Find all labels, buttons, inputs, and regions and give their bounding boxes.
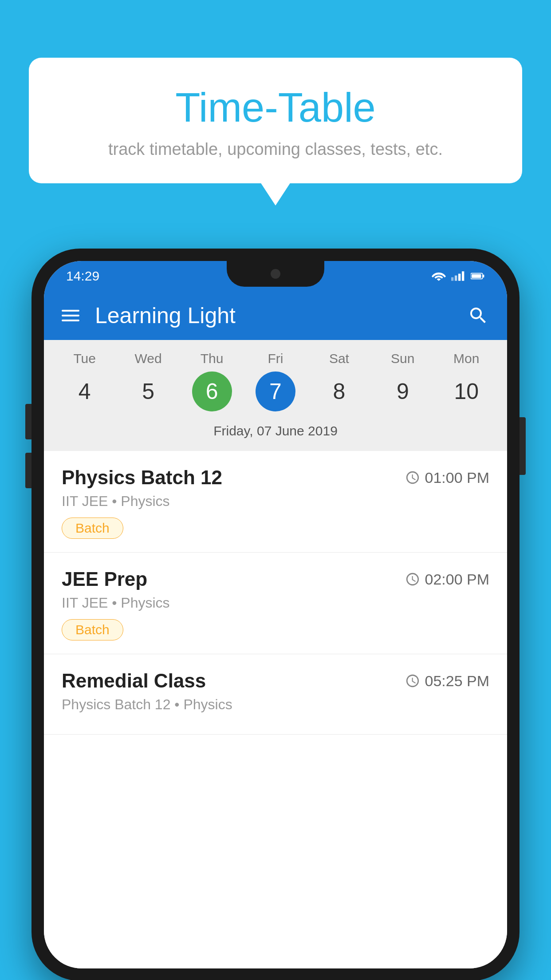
phone-mockup: 14:29 [31, 249, 520, 980]
event-time-text: 02:00 PM [425, 571, 489, 588]
calendar-day[interactable]: Sat8 [310, 351, 368, 411]
clock-icon [405, 572, 420, 587]
phone-frame: 14:29 [31, 249, 520, 980]
svg-rect-6 [472, 274, 481, 278]
batch-badge: Batch [62, 619, 123, 640]
event-subtitle: IIT JEE • Physics [62, 493, 489, 510]
event-time-text: 01:00 PM [425, 469, 489, 486]
event-item[interactable]: Remedial Class05:25 PMPhysics Batch 12 •… [44, 654, 507, 735]
event-list: Physics Batch 1201:00 PMIIT JEE • Physic… [44, 451, 507, 968]
speech-bubble-container: Time-Table track timetable, upcoming cla… [29, 58, 522, 183]
event-time: 02:00 PM [405, 571, 489, 588]
day-number[interactable]: 6 [192, 371, 232, 411]
calendar-day[interactable]: Mon10 [437, 351, 495, 411]
calendar-day[interactable]: Thu6 [183, 351, 241, 411]
event-header: Remedial Class05:25 PM [62, 670, 489, 692]
bubble-subtitle: track timetable, upcoming classes, tests… [64, 140, 487, 159]
status-time: 14:29 [66, 269, 99, 284]
event-item[interactable]: JEE Prep02:00 PMIIT JEE • PhysicsBatch [44, 553, 507, 654]
event-subtitle: IIT JEE • Physics [62, 595, 489, 611]
volume-up-button [25, 404, 31, 439]
event-title: Remedial Class [62, 670, 206, 692]
event-header: JEE Prep02:00 PM [62, 568, 489, 590]
day-number[interactable]: 7 [256, 371, 295, 411]
day-name: Fri [268, 351, 283, 366]
svg-rect-0 [451, 277, 453, 281]
speech-bubble: Time-Table track timetable, upcoming cla… [29, 58, 522, 183]
status-icons [432, 271, 485, 281]
event-item[interactable]: Physics Batch 1201:00 PMIIT JEE • Physic… [44, 451, 507, 553]
day-name: Mon [453, 351, 479, 366]
event-title: Physics Batch 12 [62, 466, 222, 489]
selected-date-label: Friday, 07 June 2019 [44, 418, 507, 447]
day-name: Sat [329, 351, 349, 366]
day-number[interactable]: 4 [65, 371, 105, 411]
volume-down-button [25, 453, 31, 488]
search-icon [468, 305, 489, 326]
phone-notch [227, 261, 324, 287]
day-number[interactable]: 5 [128, 371, 168, 411]
calendar-strip: Tue4Wed5Thu6Fri7Sat8Sun9Mon10 Friday, 07… [44, 340, 507, 451]
event-subtitle: Physics Batch 12 • Physics [62, 696, 489, 713]
front-camera [271, 269, 280, 279]
event-header: Physics Batch 1201:00 PM [62, 466, 489, 489]
days-row: Tue4Wed5Thu6Fri7Sat8Sun9Mon10 [44, 351, 507, 411]
day-name: Sun [391, 351, 414, 366]
day-number[interactable]: 10 [446, 371, 486, 411]
svg-rect-1 [455, 276, 457, 281]
calendar-day[interactable]: Fri7 [247, 351, 304, 411]
batch-badge: Batch [62, 518, 123, 539]
svg-rect-2 [458, 274, 460, 281]
day-name: Thu [201, 351, 224, 366]
hamburger-menu-button[interactable] [62, 310, 79, 321]
calendar-day[interactable]: Tue4 [56, 351, 114, 411]
svg-rect-3 [462, 271, 464, 281]
app-header: Learning Light [44, 291, 507, 340]
battery-icon [471, 271, 485, 281]
event-time-text: 05:25 PM [425, 672, 489, 690]
day-number[interactable]: 9 [383, 371, 423, 411]
day-name: Tue [73, 351, 96, 366]
day-number[interactable]: 8 [319, 371, 359, 411]
app-title: Learning Light [95, 303, 467, 328]
power-button [520, 417, 526, 475]
event-time: 01:00 PM [405, 469, 489, 486]
phone-screen: 14:29 [44, 261, 507, 968]
search-button[interactable] [467, 304, 489, 327]
clock-icon [405, 470, 420, 485]
event-time: 05:25 PM [405, 672, 489, 690]
wifi-icon [432, 271, 446, 281]
clock-icon [405, 673, 420, 688]
calendar-day[interactable]: Sun9 [374, 351, 432, 411]
signal-icon [451, 271, 465, 281]
day-name: Wed [135, 351, 162, 366]
event-title: JEE Prep [62, 568, 147, 590]
svg-rect-5 [483, 275, 484, 277]
bubble-title: Time-Table [64, 84, 487, 131]
calendar-day[interactable]: Wed5 [119, 351, 177, 411]
